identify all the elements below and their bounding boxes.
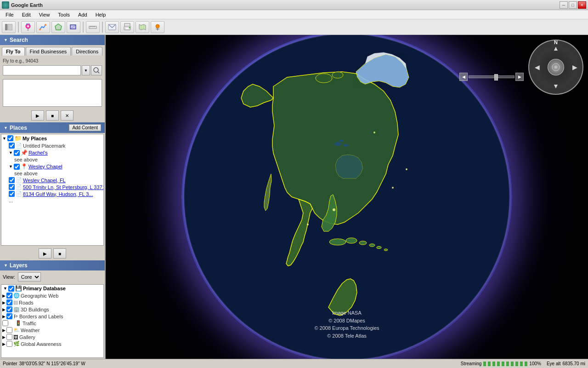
places-stop-button[interactable]: ■ [53,248,66,259]
search-input-row: ▼ [3,65,102,75]
expand-3d[interactable]: ▶ [2,307,6,312]
expand-primary[interactable]: ▼ [3,286,7,291]
toolbar-street-view[interactable] [151,21,164,33]
borders-checkbox[interactable] [6,313,12,319]
expand-gallery[interactable]: ▶ [2,335,6,339]
menu-help[interactable]: Help [92,12,110,18]
toolbar-email[interactable] [105,21,119,33]
rachels-link[interactable]: Rachel's [28,150,48,155]
statusbar: Pointer 38°03'05.92" N 115°26'45.19" W S… [0,359,588,368]
expand-borders[interactable]: ▶ [2,314,6,319]
search-arrow: ▼ [4,38,8,42]
search-hint: Fly to e.g., 94043 [3,58,102,63]
maximize-button[interactable]: □ [569,1,577,9]
gulf-way-link[interactable]: 8134 Gulf Way, Hudson, FL 3... [23,191,93,197]
gallery-label: Gallery [19,334,35,340]
trinity-checkbox[interactable] [9,184,15,190]
tab-directions[interactable]: Directions [72,47,102,56]
search-go-button[interactable] [91,65,102,75]
wesley-chapel-fl-checkbox[interactable] [9,177,15,183]
tab-fly-to[interactable]: Fly To [2,47,25,56]
expand-weather[interactable]: ▶ [2,328,6,333]
stream-seg-9 [520,362,523,366]
expand-global[interactable]: ▶ [2,342,6,346]
tilt-thumb[interactable] [494,74,498,80]
toolbar-placemark[interactable] [21,21,35,33]
search-play-button[interactable]: ▶ [31,110,44,121]
layers-header[interactable]: ▼ Layers [0,260,105,270]
expand-wesley[interactable]: ▼ [9,164,13,169]
add-content-button[interactable]: Add Content [69,124,101,131]
gulf-doc-icon: 📄 [16,191,22,197]
close-button[interactable]: ✕ [578,1,586,9]
expand-roads[interactable]: ▶ [2,300,6,305]
tree-item-wesley-chapel: ▼ 📍 Wesley Chapel [1,163,103,170]
toolbar-toggle-sidebar[interactable] [2,21,16,33]
toolbar-print[interactable] [120,21,134,33]
svg-point-37 [316,74,332,83]
tree-item-gulf-way: 📄 8134 Gulf Way, Hudson, FL 3... [1,190,103,197]
my-places-checkbox[interactable] [7,135,13,141]
gulf-way-checkbox[interactable] [9,191,15,197]
stream-seg-4 [497,362,500,366]
tilt-decrease-button[interactable]: ◀ [459,73,468,81]
tree-item-see-above-wesley: see above [1,170,103,177]
toolbar-ruler[interactable] [86,21,100,33]
expand-geo[interactable]: ▶ [2,293,6,298]
minimize-button[interactable]: ─ [560,1,568,9]
menu-view[interactable]: View [35,12,54,18]
nav-right-button[interactable]: ▶ [569,62,580,73]
layers-title: Layers [10,262,28,269]
toolbar-sep1 [18,22,19,33]
tab-find-businesses[interactable]: Find Businesses [26,47,71,56]
rachels-checkbox[interactable] [14,150,20,156]
places-play-button[interactable]: ▶ [39,248,51,259]
menu-tools[interactable]: Tools [54,12,74,18]
nav-up-button[interactable]: ▲ [550,43,561,54]
roads-checkbox[interactable] [6,299,12,305]
wesley-chapel-link[interactable]: Wesley Chapel [28,164,62,169]
geographic-web-checkbox[interactable] [6,293,12,299]
svg-point-44 [406,168,407,170]
tilt-increase-button[interactable]: ▶ [515,73,524,81]
my-places-label: My Places [23,136,47,141]
weather-checkbox[interactable] [6,327,12,333]
expand-icon[interactable]: ▼ [2,136,6,141]
svg-point-46 [392,187,394,189]
nav-ring: N ▲ ▼ ◀ ▶ [528,40,583,95]
search-input[interactable] [3,65,81,75]
menu-add[interactable]: Add [74,12,91,18]
trinity-link[interactable]: 500 Trinity Ln, St Petersburg, L 33716 [23,184,103,190]
nav-center-button[interactable] [548,59,564,75]
search-stop-button[interactable]: ■ [46,110,59,121]
untitled-placemark-checkbox[interactable] [9,143,15,149]
map-area[interactable]: Image NASA © 2008 DMapes © 2008 Europa T… [106,35,588,359]
eye-alt-value: 6835.70 mi [563,361,585,366]
see-above-wesley-text: see above [14,171,38,176]
nav-left-button[interactable]: ◀ [531,62,543,73]
weather-icon: ⛅ [13,327,20,333]
3d-buildings-checkbox[interactable] [6,306,12,312]
titlebar-title: Google Earth [11,2,43,8]
nav-down-button[interactable]: ▼ [550,80,561,92]
layers-view-select[interactable]: Core [18,272,41,282]
global-awareness-checkbox[interactable] [6,341,12,347]
borders-label: Borders and Labels [19,314,63,319]
untitled-placemark-label: Untitled Placemark [23,143,65,149]
primary-db-checkbox[interactable] [8,286,14,292]
toolbar-map[interactable] [136,21,149,33]
menu-file[interactable]: File [2,12,17,18]
wesley-chapel-fl-link[interactable]: Wesley Chapel, FL [23,178,66,183]
toolbar-overlay[interactable] [67,21,80,33]
search-dropdown-button[interactable]: ▼ [82,65,90,75]
traffic-checkbox[interactable] [2,320,8,326]
layer-item-gallery: ▶ 🖼 Gallery [1,334,103,340]
gallery-checkbox[interactable] [6,334,12,340]
search-close-button[interactable]: ✕ [61,110,74,121]
toolbar-path[interactable] [36,21,50,33]
tilt-bar[interactable] [469,75,514,78]
toolbar-polygon[interactable] [51,21,65,33]
expand-rachels[interactable]: ▼ [9,150,13,155]
menu-edit[interactable]: Edit [18,12,34,18]
wesley-chapel-checkbox[interactable] [14,164,20,170]
